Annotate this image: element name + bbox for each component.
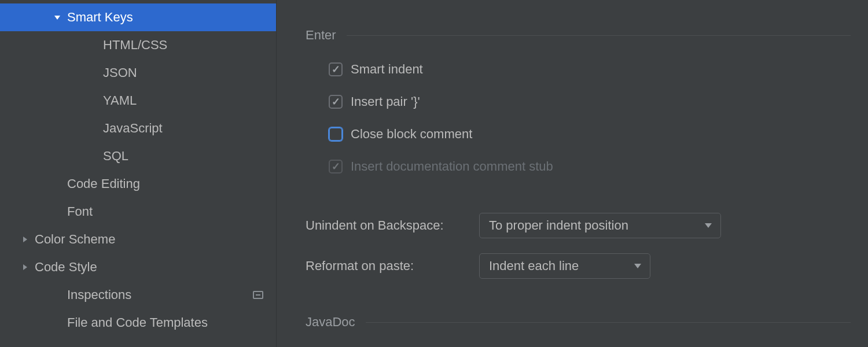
chevron-right-icon [20,236,30,243]
sidebar-item-label: JSON [103,65,137,80]
select-reformat-on-paste[interactable]: Indent each line [479,253,650,279]
sidebar-item-inspections[interactable]: Inspections [0,281,276,309]
sidebar-item-color-scheme[interactable]: Color Scheme [0,226,276,253]
chevron-down-icon [52,13,62,21]
sidebar-item-code-editing[interactable]: Code Editing [0,170,276,198]
settings-sidebar: Smart Keys HTML/CSS JSON YAML JavaScript… [0,0,277,347]
checkbox-icon[interactable] [329,127,343,141]
section-header-javadoc: JavaDoc [306,315,851,330]
dropdown-arrow-icon [704,223,712,228]
chevron-right-icon [20,264,30,271]
sidebar-item-code-style[interactable]: Code Style [0,253,276,281]
option-label: Insert pair '}' [351,94,420,109]
field-unindent-backspace: Unindent on Backspace: To proper indent … [306,213,851,238]
option-insert-doc-stub: Insert documentation comment stub [329,150,851,183]
sidebar-item-label: SQL [103,149,128,164]
select-unindent-backspace[interactable]: To proper indent position [479,213,721,238]
sidebar-item-label: Smart Keys [67,10,133,25]
sidebar-item-javascript[interactable]: JavaScript [0,115,276,142]
section-rule [366,322,851,323]
sidebar-item-file-code-templates[interactable]: File and Code Templates [0,309,276,337]
field-reformat-on-paste: Reformat on paste: Indent each line [306,253,851,279]
checkbox-icon[interactable] [329,95,343,109]
option-label: Smart indent [351,62,423,77]
sidebar-item-font[interactable]: Font [0,198,276,226]
option-label: Insert documentation comment stub [351,159,553,174]
sidebar-item-smart-keys[interactable]: Smart Keys [0,3,276,31]
select-value: To proper indent position [489,218,628,233]
section-header-enter: Enter [306,28,851,43]
form-label: Unindent on Backspace: [306,218,479,233]
select-value: Indent each line [489,259,579,274]
option-close-block-comment[interactable]: Close block comment [329,118,851,150]
section-title: Enter [306,28,336,43]
sidebar-item-label: JavaScript [103,121,163,136]
sidebar-item-html-css[interactable]: HTML/CSS [0,31,276,59]
sidebar-item-label: File and Code Templates [67,315,208,330]
sidebar-item-json[interactable]: JSON [0,59,276,87]
sidebar-item-yaml[interactable]: YAML [0,87,276,115]
settings-content: Enter Smart indent Insert pair '}' Close… [277,0,868,347]
sidebar-item-label: Inspections [67,287,131,302]
checkbox-icon [329,160,343,174]
option-insert-pair-brace[interactable]: Insert pair '}' [329,86,851,118]
sidebar-item-label: Code Editing [67,176,140,191]
sidebar-item-label: HTML/CSS [103,38,167,53]
scheme-icon [253,291,263,299]
sidebar-item-label: Color Scheme [35,232,115,247]
section-rule [347,35,851,36]
checkbox-icon[interactable] [329,62,343,76]
sidebar-item-label: YAML [103,93,137,108]
option-smart-indent[interactable]: Smart indent [329,53,851,86]
sidebar-item-label: Code Style [35,260,97,275]
sidebar-item-label: Font [67,204,93,219]
form-label: Reformat on paste: [306,259,479,274]
section-title: JavaDoc [306,315,355,330]
dropdown-arrow-icon [634,263,642,269]
sidebar-item-sql[interactable]: SQL [0,142,276,170]
option-label: Close block comment [351,127,472,142]
